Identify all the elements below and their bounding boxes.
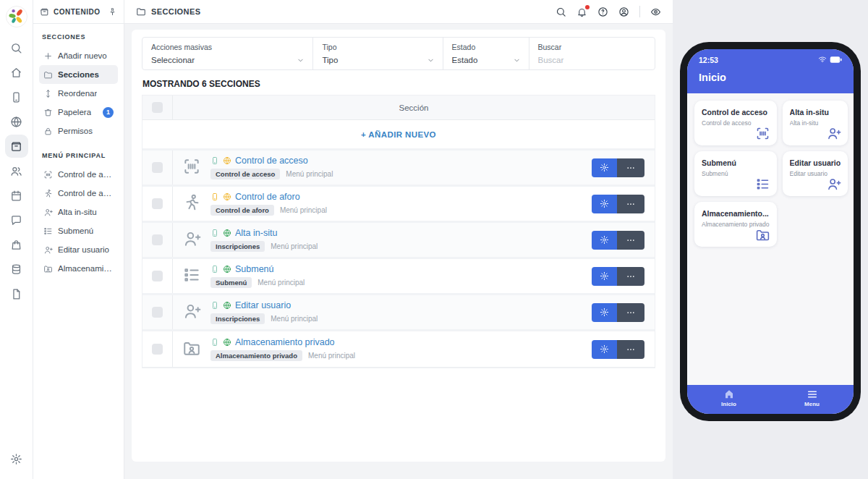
select-all-checkbox[interactable] [152,102,163,113]
rail-item-globe[interactable] [5,110,28,133]
notifications-button[interactable] [576,7,587,17]
calendar-icon [10,190,22,202]
archive-icon [40,7,49,17]
help-icon[interactable] [597,7,608,17]
icon-rail [0,0,33,479]
row-checkbox[interactable] [152,307,163,318]
sidebar-item-papelera[interactable]: Papelera 1 [39,103,118,122]
rail-item-mobile[interactable] [5,85,28,109]
app-logo-icon[interactable] [6,6,27,27]
rail-item-home[interactable] [5,61,28,84]
sidebar-item-alta-in-situ[interactable]: Alta in-situ [39,203,118,221]
phone-card-alta-in-situ[interactable]: Alta in-situ Alta in-situ [783,101,848,145]
rail-item-calendar[interactable] [5,184,28,207]
row-settings-button[interactable] [592,158,617,177]
section-link[interactable]: Submenú [235,264,274,274]
phone-nav-inicio[interactable]: Inicio [707,389,751,407]
content-sidebar: CONTENIDO SECCIONES Añadir nuevo Seccion… [33,0,124,479]
row-more-button[interactable] [617,158,644,177]
row-settings-button[interactable] [592,231,617,250]
file-icon [10,288,22,300]
sections-table: Sección + AÑADIR NUEVO Control de acceso… [142,95,655,368]
sidebar-item-control-de-acceso[interactable]: Control de acceso [39,165,118,184]
sidebar-item-reordenar[interactable]: Reordenar [39,84,118,103]
rail-item-database[interactable] [5,258,28,281]
sidebar-item-almacenamiento[interactable]: Almacenamiento... [39,259,118,278]
account-icon[interactable] [618,7,629,17]
rail-item-chat[interactable] [5,208,28,232]
rail-item-users[interactable] [5,159,28,182]
section-column-header: Sección [173,96,655,119]
section-link[interactable]: Almacenamiento privado [235,337,335,347]
row-more-button[interactable] [617,195,644,213]
user-plus-icon [43,245,53,255]
rail-item-gear[interactable] [5,447,28,470]
row-more-button[interactable] [617,340,644,359]
sidebar-item-submenu[interactable]: Submenú [39,221,118,240]
rail-item-search[interactable] [5,36,28,59]
topbar-actions [556,6,661,17]
app-root: CONTENIDO SECCIONES Añadir nuevo Seccion… [0,0,868,479]
sections-panel: Acciones masivas Seleccionar Tipo Tipo [132,30,665,462]
rail-item-archive[interactable] [5,135,28,158]
row-checkbox[interactable] [152,271,163,281]
section-link[interactable]: Control de acceso [235,156,308,166]
preview-eye-icon[interactable] [650,7,661,17]
sidebar-item-anadir-nuevo[interactable]: Añadir nuevo [39,46,118,65]
row-checkbox[interactable] [152,198,163,209]
row-settings-button[interactable] [592,267,617,286]
phone-screen-title: Inicio [699,65,842,93]
search-input[interactable] [538,56,646,64]
sidebar-item-permisos[interactable]: Permisos [39,122,118,140]
user-plus-icon [826,126,841,141]
bulk-actions-select[interactable]: Seleccionar [151,56,304,64]
section-link[interactable]: Alta in-situ [235,228,277,238]
phone-card-editar-usuario[interactable]: Editar usuario Editar usuario [783,151,848,196]
row-checkbox[interactable] [152,162,163,173]
type-value: Tipo [322,56,338,64]
user-plus-icon [43,208,53,217]
app-status-icon [210,301,219,310]
row-more-button[interactable] [617,303,644,322]
rail-item-file[interactable] [5,282,28,305]
status-select[interactable]: Estado [452,56,520,64]
section-link[interactable]: Editar usuario [235,300,291,310]
app-status-icon [210,156,219,165]
phone-card-submenu[interactable]: Submenú Submenú [694,151,777,196]
bag-icon [10,239,22,251]
filter-bar: Acciones masivas Seleccionar Tipo Tipo [142,37,655,70]
rail-item-bag[interactable] [5,233,28,256]
section-link[interactable]: Control de aforo [235,192,300,202]
search-icon[interactable] [556,7,566,17]
phone-card-control-de-acceso[interactable]: Control de acceso Control de acceso [694,101,777,145]
type-select[interactable]: Tipo [322,56,433,64]
showing-count: MOSTRANDO 6 SECCIONES [142,79,655,89]
search-filter: Buscar [529,38,655,69]
add-new-button[interactable]: + AÑADIR NUEVO [361,130,436,139]
row-checkbox[interactable] [152,234,163,245]
table-row-almacenamiento-privado: Almacenamiento privado Almacenamiento pr… [142,331,655,368]
section-type-badge: Inscripciones [210,241,265,252]
sidebar-item-secciones[interactable]: Secciones [39,65,118,84]
topbar: SECCIONES [124,0,673,24]
section-menu-label: Menú principal [271,242,318,250]
row-settings-button[interactable] [592,195,617,213]
section-type-badge: Almacenamiento privado [210,350,302,361]
runner-icon [182,193,201,215]
sidebar-item-control-de-aforo[interactable]: Control de aforo [39,184,118,203]
phone-nav-menu[interactable]: Menu [791,389,834,407]
phone-card-almacenamiento-privado[interactable]: Almacenamiento... Almacenamiento privado [694,202,777,247]
chevron-down-icon [514,57,520,64]
sections-group: Añadir nuevo Secciones Reordenar Papeler… [39,46,118,140]
row-settings-button[interactable] [592,340,617,359]
sidebar-item-editar-usuario[interactable]: Editar usuario [39,240,118,259]
row-settings-button[interactable] [592,303,617,322]
barcode-icon [43,170,53,179]
count-badge: 1 [103,107,114,118]
row-more-button[interactable] [617,267,644,286]
user-folder-icon [182,339,201,360]
row-more-button[interactable] [617,231,644,250]
pin-icon[interactable] [108,7,117,17]
battery-icon [830,56,842,65]
row-checkbox[interactable] [152,344,163,355]
